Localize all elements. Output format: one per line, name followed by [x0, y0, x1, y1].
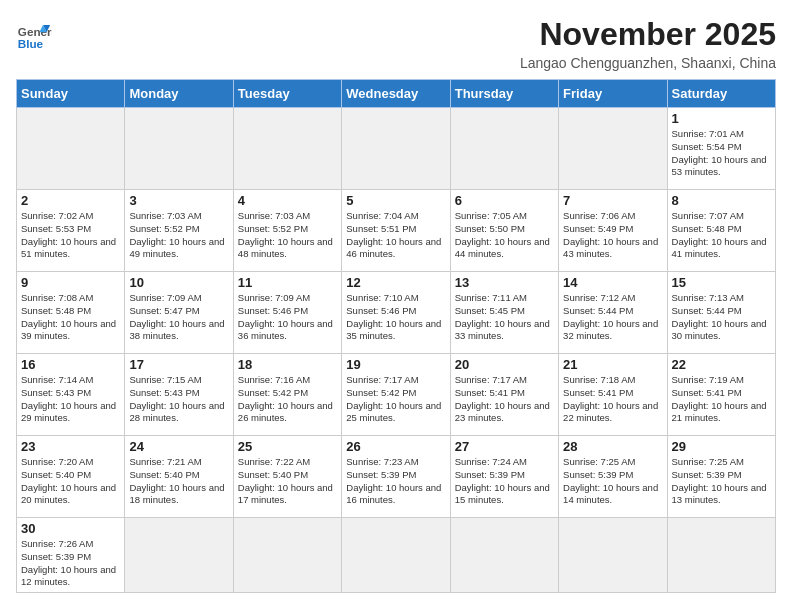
calendar-cell: 2Sunrise: 7:02 AM Sunset: 5:53 PM Daylig…: [17, 190, 125, 272]
calendar-cell: 11Sunrise: 7:09 AM Sunset: 5:46 PM Dayli…: [233, 272, 341, 354]
day-number: 16: [21, 357, 120, 372]
day-number: 22: [672, 357, 771, 372]
header-wednesday: Wednesday: [342, 80, 450, 108]
logo: General Blue: [16, 16, 52, 52]
day-sun-info: Sunrise: 7:03 AM Sunset: 5:52 PM Dayligh…: [238, 210, 337, 261]
day-sun-info: Sunrise: 7:17 AM Sunset: 5:42 PM Dayligh…: [346, 374, 445, 425]
weekday-header-row: Sunday Monday Tuesday Wednesday Thursday…: [17, 80, 776, 108]
day-sun-info: Sunrise: 7:22 AM Sunset: 5:40 PM Dayligh…: [238, 456, 337, 507]
calendar-cell: 1Sunrise: 7:01 AM Sunset: 5:54 PM Daylig…: [667, 108, 775, 190]
calendar-cell: [450, 108, 558, 190]
calendar-cell: 16Sunrise: 7:14 AM Sunset: 5:43 PM Dayli…: [17, 354, 125, 436]
calendar-week-row: 1Sunrise: 7:01 AM Sunset: 5:54 PM Daylig…: [17, 108, 776, 190]
day-sun-info: Sunrise: 7:24 AM Sunset: 5:39 PM Dayligh…: [455, 456, 554, 507]
svg-text:Blue: Blue: [18, 37, 44, 50]
calendar-cell: 21Sunrise: 7:18 AM Sunset: 5:41 PM Dayli…: [559, 354, 667, 436]
calendar-cell: 5Sunrise: 7:04 AM Sunset: 5:51 PM Daylig…: [342, 190, 450, 272]
day-sun-info: Sunrise: 7:21 AM Sunset: 5:40 PM Dayligh…: [129, 456, 228, 507]
calendar-cell: 26Sunrise: 7:23 AM Sunset: 5:39 PM Dayli…: [342, 436, 450, 518]
day-sun-info: Sunrise: 7:13 AM Sunset: 5:44 PM Dayligh…: [672, 292, 771, 343]
day-number: 27: [455, 439, 554, 454]
header-friday: Friday: [559, 80, 667, 108]
day-sun-info: Sunrise: 7:04 AM Sunset: 5:51 PM Dayligh…: [346, 210, 445, 261]
calendar-week-row: 16Sunrise: 7:14 AM Sunset: 5:43 PM Dayli…: [17, 354, 776, 436]
calendar-cell: 7Sunrise: 7:06 AM Sunset: 5:49 PM Daylig…: [559, 190, 667, 272]
calendar-cell: 18Sunrise: 7:16 AM Sunset: 5:42 PM Dayli…: [233, 354, 341, 436]
calendar-cell: [559, 518, 667, 593]
day-number: 25: [238, 439, 337, 454]
day-number: 18: [238, 357, 337, 372]
day-sun-info: Sunrise: 7:14 AM Sunset: 5:43 PM Dayligh…: [21, 374, 120, 425]
day-sun-info: Sunrise: 7:18 AM Sunset: 5:41 PM Dayligh…: [563, 374, 662, 425]
day-number: 19: [346, 357, 445, 372]
day-sun-info: Sunrise: 7:10 AM Sunset: 5:46 PM Dayligh…: [346, 292, 445, 343]
calendar-week-row: 2Sunrise: 7:02 AM Sunset: 5:53 PM Daylig…: [17, 190, 776, 272]
day-sun-info: Sunrise: 7:26 AM Sunset: 5:39 PM Dayligh…: [21, 538, 120, 589]
calendar-cell: 20Sunrise: 7:17 AM Sunset: 5:41 PM Dayli…: [450, 354, 558, 436]
day-sun-info: Sunrise: 7:02 AM Sunset: 5:53 PM Dayligh…: [21, 210, 120, 261]
calendar-cell: 29Sunrise: 7:25 AM Sunset: 5:39 PM Dayli…: [667, 436, 775, 518]
day-number: 29: [672, 439, 771, 454]
month-year-title: November 2025: [520, 16, 776, 53]
calendar-cell: 14Sunrise: 7:12 AM Sunset: 5:44 PM Dayli…: [559, 272, 667, 354]
calendar-week-row: 9Sunrise: 7:08 AM Sunset: 5:48 PM Daylig…: [17, 272, 776, 354]
day-sun-info: Sunrise: 7:20 AM Sunset: 5:40 PM Dayligh…: [21, 456, 120, 507]
day-number: 26: [346, 439, 445, 454]
day-sun-info: Sunrise: 7:19 AM Sunset: 5:41 PM Dayligh…: [672, 374, 771, 425]
day-number: 8: [672, 193, 771, 208]
day-number: 20: [455, 357, 554, 372]
calendar-cell: 19Sunrise: 7:17 AM Sunset: 5:42 PM Dayli…: [342, 354, 450, 436]
calendar-cell: 28Sunrise: 7:25 AM Sunset: 5:39 PM Dayli…: [559, 436, 667, 518]
calendar-cell: [17, 108, 125, 190]
day-number: 12: [346, 275, 445, 290]
day-number: 30: [21, 521, 120, 536]
day-sun-info: Sunrise: 7:01 AM Sunset: 5:54 PM Dayligh…: [672, 128, 771, 179]
day-sun-info: Sunrise: 7:11 AM Sunset: 5:45 PM Dayligh…: [455, 292, 554, 343]
calendar-cell: [450, 518, 558, 593]
calendar-cell: [125, 518, 233, 593]
day-number: 11: [238, 275, 337, 290]
header-monday: Monday: [125, 80, 233, 108]
day-sun-info: Sunrise: 7:09 AM Sunset: 5:46 PM Dayligh…: [238, 292, 337, 343]
day-number: 6: [455, 193, 554, 208]
calendar-cell: [559, 108, 667, 190]
calendar-cell: 3Sunrise: 7:03 AM Sunset: 5:52 PM Daylig…: [125, 190, 233, 272]
calendar-cell: [667, 518, 775, 593]
calendar-cell: 22Sunrise: 7:19 AM Sunset: 5:41 PM Dayli…: [667, 354, 775, 436]
day-sun-info: Sunrise: 7:16 AM Sunset: 5:42 PM Dayligh…: [238, 374, 337, 425]
day-number: 7: [563, 193, 662, 208]
day-number: 3: [129, 193, 228, 208]
day-sun-info: Sunrise: 7:25 AM Sunset: 5:39 PM Dayligh…: [563, 456, 662, 507]
calendar-cell: 12Sunrise: 7:10 AM Sunset: 5:46 PM Dayli…: [342, 272, 450, 354]
calendar-cell: [233, 108, 341, 190]
title-block: November 2025 Langao Chengguanzhen, Shaa…: [520, 16, 776, 71]
day-number: 28: [563, 439, 662, 454]
day-sun-info: Sunrise: 7:06 AM Sunset: 5:49 PM Dayligh…: [563, 210, 662, 261]
day-sun-info: Sunrise: 7:15 AM Sunset: 5:43 PM Dayligh…: [129, 374, 228, 425]
header-sunday: Sunday: [17, 80, 125, 108]
calendar-cell: [342, 108, 450, 190]
day-number: 1: [672, 111, 771, 126]
day-number: 23: [21, 439, 120, 454]
calendar-cell: 17Sunrise: 7:15 AM Sunset: 5:43 PM Dayli…: [125, 354, 233, 436]
calendar-cell: 9Sunrise: 7:08 AM Sunset: 5:48 PM Daylig…: [17, 272, 125, 354]
calendar-cell: 24Sunrise: 7:21 AM Sunset: 5:40 PM Dayli…: [125, 436, 233, 518]
day-number: 2: [21, 193, 120, 208]
day-sun-info: Sunrise: 7:07 AM Sunset: 5:48 PM Dayligh…: [672, 210, 771, 261]
header-saturday: Saturday: [667, 80, 775, 108]
day-sun-info: Sunrise: 7:17 AM Sunset: 5:41 PM Dayligh…: [455, 374, 554, 425]
calendar-week-row: 30Sunrise: 7:26 AM Sunset: 5:39 PM Dayli…: [17, 518, 776, 593]
header-tuesday: Tuesday: [233, 80, 341, 108]
logo-icon: General Blue: [16, 16, 52, 52]
calendar-cell: 4Sunrise: 7:03 AM Sunset: 5:52 PM Daylig…: [233, 190, 341, 272]
day-sun-info: Sunrise: 7:08 AM Sunset: 5:48 PM Dayligh…: [21, 292, 120, 343]
calendar-cell: [125, 108, 233, 190]
day-sun-info: Sunrise: 7:23 AM Sunset: 5:39 PM Dayligh…: [346, 456, 445, 507]
day-number: 17: [129, 357, 228, 372]
day-number: 14: [563, 275, 662, 290]
day-number: 21: [563, 357, 662, 372]
day-number: 13: [455, 275, 554, 290]
day-number: 15: [672, 275, 771, 290]
calendar-cell: 10Sunrise: 7:09 AM Sunset: 5:47 PM Dayli…: [125, 272, 233, 354]
calendar-cell: [233, 518, 341, 593]
